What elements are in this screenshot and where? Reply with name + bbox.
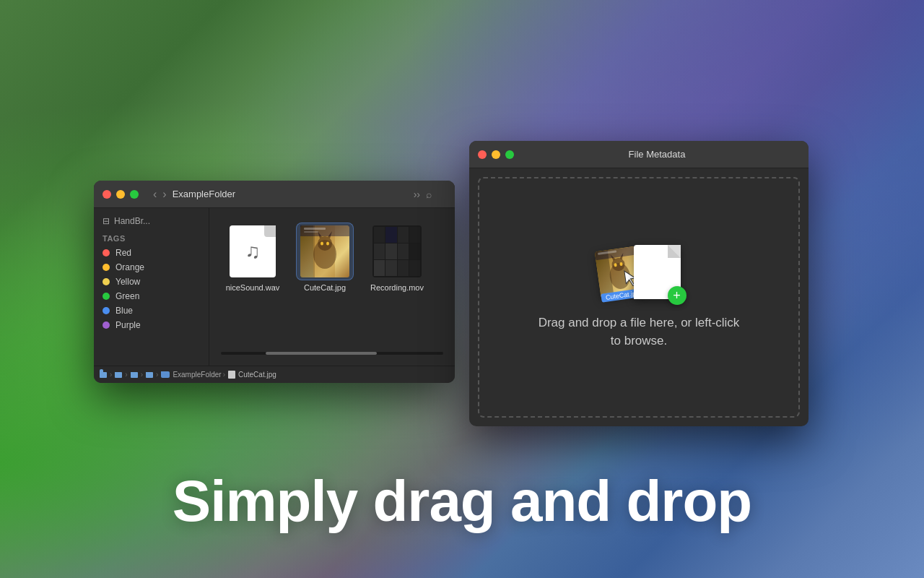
tag-red-label: Red — [116, 248, 131, 258]
metadata-drop-area[interactable]: CuteCat.jpg + — [478, 177, 800, 418]
folder-icon-4 — [146, 372, 153, 378]
tag-orange-label: Orange — [116, 262, 144, 272]
minimize-button[interactable] — [116, 190, 125, 199]
svg-point-7 — [321, 242, 323, 246]
target-file-icon: + — [634, 245, 681, 299]
scrollbar[interactable] — [218, 350, 446, 357]
folded-corner — [668, 245, 681, 258]
finder-main: ♫ niceSound.wav — [209, 208, 455, 366]
video-file-icon — [368, 223, 426, 280]
yellow-dot — [103, 278, 110, 285]
metadata-close-button[interactable] — [478, 150, 487, 159]
sidebar-item-red[interactable]: Red — [94, 246, 209, 260]
purple-dot — [103, 322, 110, 329]
close-button[interactable] — [103, 190, 111, 199]
metadata-traffic-lights — [478, 150, 514, 159]
file-icon-sm — [228, 371, 235, 379]
orange-dot — [103, 264, 110, 271]
sidebar-item-blue[interactable]: Blue — [94, 303, 209, 318]
breadcrumb-sep-4: › — [156, 371, 158, 379]
metadata-maximize-button[interactable] — [505, 150, 514, 159]
finder-sidebar: ⊟ HandBr... Tags Red Orange Yellow — [94, 208, 209, 366]
plus-badge: + — [668, 286, 687, 305]
drop-zone[interactable]: CuteCat.jpg + — [494, 193, 784, 402]
maximize-button[interactable] — [130, 190, 139, 199]
svg-rect-10 — [304, 228, 326, 230]
file-name-nicesound: niceSound.wav — [226, 283, 280, 292]
folder-examplefolder-icon — [161, 371, 170, 378]
finder-nav: ‹ › ExampleFolder ›› ⌕ — [139, 188, 446, 201]
music-note-icon: ♫ — [245, 240, 261, 263]
chevron-right-icon: ›› — [414, 189, 420, 200]
breadcrumb-filename: CuteCat.jpg — [238, 371, 276, 379]
image-file-icon — [296, 223, 354, 280]
sidebar-item-purple[interactable]: Purple — [94, 318, 209, 332]
metadata-window-title: File Metadata — [514, 149, 800, 160]
breadcrumb-sep-5: › — [223, 371, 225, 379]
folder-icon-1 — [100, 372, 107, 378]
sidebar-item-green[interactable]: Green — [94, 289, 209, 303]
sidebar-item-yellow[interactable]: Yellow — [94, 275, 209, 289]
drop-instruction-text[interactable]: Drag and drop a file here, or left-click… — [539, 314, 740, 350]
file-item-nicesound[interactable]: ♫ niceSound.wav — [224, 223, 282, 292]
cutecat-thumbnail — [300, 225, 349, 277]
nav-icons: ›› ⌕ — [414, 189, 432, 200]
folder-icon-3 — [131, 372, 138, 378]
file-name-recording: Recording.mov — [370, 283, 424, 292]
file-grid: ♫ niceSound.wav — [218, 217, 446, 350]
finder-titlebar: ‹ › ExampleFolder ›› ⌕ — [94, 181, 455, 208]
drop-icons: CuteCat.jpg + — [598, 245, 681, 299]
tag-blue-label: Blue — [116, 306, 133, 316]
scrollbar-thumb — [266, 352, 377, 355]
blue-dot — [103, 307, 110, 314]
svg-rect-11 — [304, 231, 318, 233]
file-name-cutecat: CuteCat.jpg — [304, 283, 346, 292]
file-item-recording[interactable]: Recording.mov — [368, 223, 426, 292]
back-arrow-icon[interactable]: ‹ — [153, 188, 157, 201]
sidebar-item-orange[interactable]: Orange — [94, 260, 209, 275]
handbr-icon: ⊟ — [103, 216, 110, 226]
finder-body: ⊟ HandBr... Tags Red Orange Yellow — [94, 208, 455, 366]
sidebar-item-handbr[interactable]: ⊟ HandBr... — [94, 214, 209, 228]
breadcrumb-sep-3: › — [141, 371, 143, 379]
svg-point-8 — [326, 242, 329, 246]
bottom-tagline: Simply drag and drop — [0, 468, 924, 535]
metadata-minimize-button[interactable] — [492, 150, 500, 159]
drop-text-label: Drag and drop a file here, or left-click… — [539, 316, 740, 348]
scrollbar-track — [221, 352, 443, 355]
tag-green-label: Green — [116, 291, 139, 301]
metadata-window: File Metadata — [469, 141, 808, 426]
search-icon[interactable]: ⌕ — [426, 189, 432, 200]
traffic-lights — [103, 190, 139, 199]
tag-yellow-label: Yellow — [116, 277, 140, 287]
folder-icon-2 — [115, 372, 122, 378]
tags-section-label: Tags — [94, 228, 209, 246]
tag-purple-label: Purple — [116, 320, 141, 330]
metadata-titlebar: File Metadata — [469, 141, 808, 168]
breadcrumb-sep-2: › — [125, 371, 127, 379]
svg-rect-9 — [300, 225, 349, 236]
finder-window: ‹ › ExampleFolder ›› ⌕ ⊟ HandBr... Tags — [94, 181, 455, 383]
green-dot — [103, 293, 110, 300]
audio-file-icon: ♫ — [224, 223, 282, 280]
breadcrumb-sep-1: › — [110, 371, 112, 379]
finder-statusbar: › › › › ExampleFolder › CuteCat.jpg — [94, 366, 455, 383]
breadcrumb: › › › › ExampleFolder › CuteCat.jpg — [100, 371, 276, 379]
breadcrumb-examplefolder: ExampleFolder — [173, 371, 221, 379]
red-dot — [103, 249, 110, 256]
finder-folder-title: ExampleFolder — [173, 189, 235, 199]
file-item-cutecat[interactable]: CuteCat.jpg — [296, 223, 354, 292]
forward-arrow-icon[interactable]: › — [162, 188, 166, 201]
